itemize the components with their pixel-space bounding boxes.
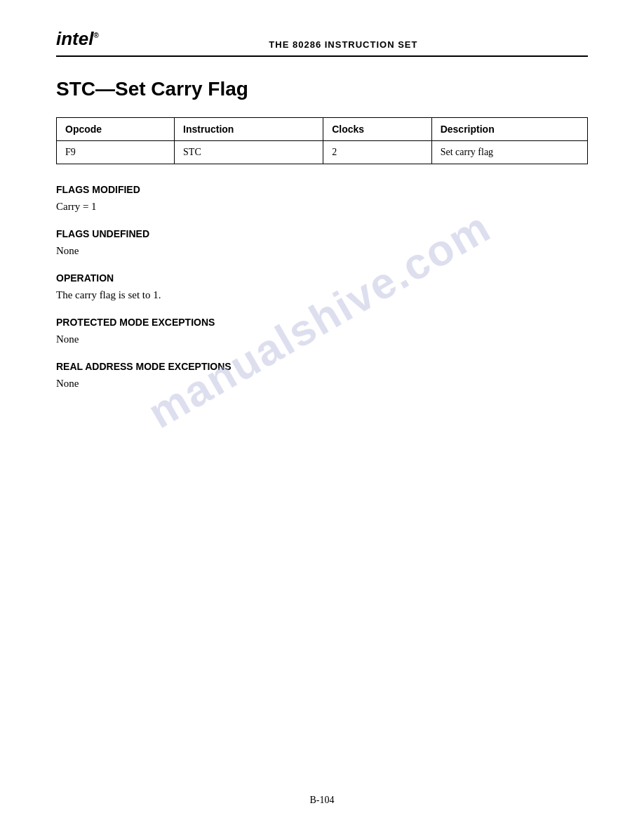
section-content-real-address-mode: None — [56, 378, 588, 390]
section-content-flags-undefined: None — [56, 245, 588, 257]
section-protected-mode-exceptions: PROTECTED MODE EXCEPTIONS None — [56, 317, 588, 345]
section-flags-modified: FLAGS MODIFIED Carry = 1 — [56, 184, 588, 213]
col-instruction: Instruction — [175, 118, 323, 141]
table-header-row: Opcode Instruction Clocks Description — [57, 118, 588, 141]
cell-opcode: F9 — [57, 141, 175, 164]
section-heading-real-address-mode: REAL ADDRESS MODE EXCEPTIONS — [56, 361, 588, 372]
header-title: THE 80286 INSTRUCTION SET — [99, 39, 588, 50]
section-operation: OPERATION The carry flag is set to 1. — [56, 272, 588, 301]
cell-clocks: 2 — [323, 141, 432, 164]
table-row: F9 STC 2 Set carry flag — [57, 141, 588, 164]
page-title: STC—Set Carry Flag — [56, 78, 588, 100]
section-heading-protected-mode: PROTECTED MODE EXCEPTIONS — [56, 317, 588, 328]
section-content-flags-modified: Carry = 1 — [56, 201, 588, 213]
section-heading-flags-undefined: FLAGS UNDEFINED — [56, 228, 588, 239]
col-description: Description — [431, 118, 587, 141]
section-real-address-mode-exceptions: REAL ADDRESS MODE EXCEPTIONS None — [56, 361, 588, 390]
page-number: B-104 — [310, 795, 335, 805]
cell-description: Set carry flag — [431, 141, 587, 164]
page-header: intel® THE 80286 INSTRUCTION SET — [56, 28, 588, 57]
page-container: intel® THE 80286 INSTRUCTION SET STC—Set… — [0, 0, 644, 834]
cell-instruction: STC — [175, 141, 323, 164]
section-content-operation: The carry flag is set to 1. — [56, 289, 588, 301]
section-heading-flags-modified: FLAGS MODIFIED — [56, 184, 588, 195]
footer: B-104 — [0, 795, 644, 806]
section-content-protected-mode: None — [56, 333, 588, 345]
section-flags-undefined: FLAGS UNDEFINED None — [56, 228, 588, 257]
intel-logo: intel® — [56, 28, 99, 50]
col-opcode: Opcode — [57, 118, 175, 141]
section-heading-operation: OPERATION — [56, 272, 588, 284]
col-clocks: Clocks — [323, 118, 432, 141]
instruction-table: Opcode Instruction Clocks Description F9… — [56, 117, 588, 164]
